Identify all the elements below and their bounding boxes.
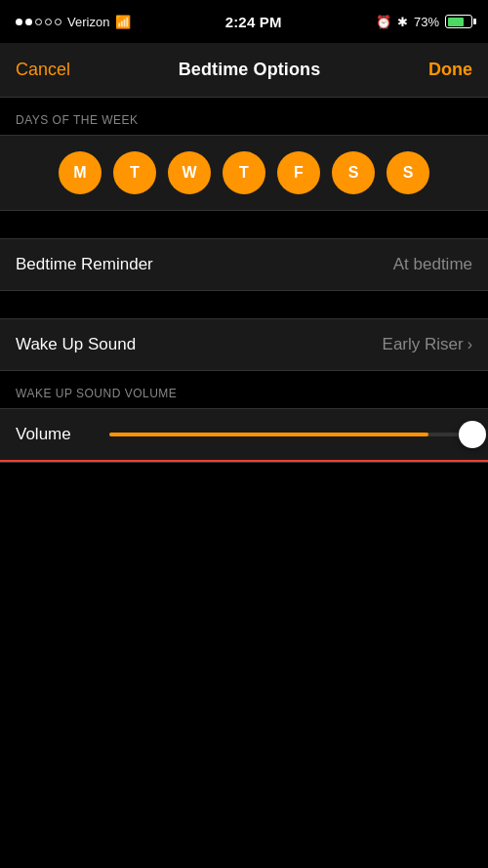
day-thursday[interactable]: T [223, 151, 265, 194]
battery-body [445, 15, 472, 28]
battery-percent: 73% [414, 15, 439, 29]
alarm-icon: ⏰ [376, 15, 391, 29]
status-time: 2:24 PM [225, 14, 282, 30]
wake-up-sound-label: Wake Up Sound [16, 335, 136, 354]
volume-slider-fill [109, 433, 428, 436]
battery-fill [448, 18, 465, 26]
volume-slider-track[interactable] [109, 433, 472, 436]
spacer-2 [0, 291, 488, 318]
chevron-right-icon: › [468, 336, 472, 353]
wifi-icon: 📶 [115, 15, 131, 29]
wake-up-sound-row[interactable]: Wake Up Sound Early Riser › [0, 318, 488, 371]
cancel-button[interactable]: Cancel [16, 60, 70, 80]
bedtime-reminder-row[interactable]: Bedtime Reminder At bedtime [0, 238, 488, 291]
volume-section-label: WAKE UP SOUND VOLUME [0, 371, 488, 408]
day-saturday[interactable]: S [332, 151, 375, 194]
status-right: ⏰ ✱ 73% [376, 15, 472, 29]
day-sunday[interactable]: S [386, 151, 429, 194]
battery-icon [445, 15, 472, 28]
volume-label: Volume [16, 425, 94, 444]
signal-dot-1 [16, 19, 22, 25]
wake-up-sound-value: Early Riser › [383, 335, 472, 354]
day-wednesday[interactable]: W [168, 151, 211, 194]
status-bar: Verizon 📶 2:24 PM ⏰ ✱ 73% [0, 0, 488, 43]
bedtime-reminder-label: Bedtime Reminder [16, 255, 153, 274]
spacer-1 [0, 211, 488, 238]
volume-slider-thumb[interactable] [459, 421, 486, 448]
day-friday[interactable]: F [277, 151, 320, 194]
day-monday[interactable]: M [59, 151, 102, 194]
days-row: M T W T F S S [0, 135, 488, 211]
done-button[interactable]: Done [428, 60, 472, 80]
signal-dot-2 [25, 19, 32, 25]
page-title: Bedtime Options [179, 60, 321, 80]
volume-section: Volume [0, 408, 488, 463]
slider-bottom-line [0, 460, 488, 462]
status-left: Verizon 📶 [16, 15, 131, 29]
day-tuesday[interactable]: T [113, 151, 156, 194]
bedtime-reminder-value: At bedtime [393, 255, 472, 274]
signal-dot-5 [55, 19, 61, 25]
volume-section-label-container: WAKE UP SOUND VOLUME [0, 371, 488, 408]
days-section-label: DAYS OF THE WEEK [0, 98, 488, 135]
bluetooth-icon: ✱ [397, 15, 408, 29]
signal-dots [16, 19, 61, 25]
signal-dot-4 [45, 19, 52, 25]
days-section: DAYS OF THE WEEK M T W T F S S [0, 98, 488, 211]
carrier-label: Verizon [67, 15, 109, 29]
nav-bar: Cancel Bedtime Options Done [0, 43, 488, 98]
volume-row: Volume [0, 409, 488, 460]
signal-dot-3 [35, 19, 42, 25]
